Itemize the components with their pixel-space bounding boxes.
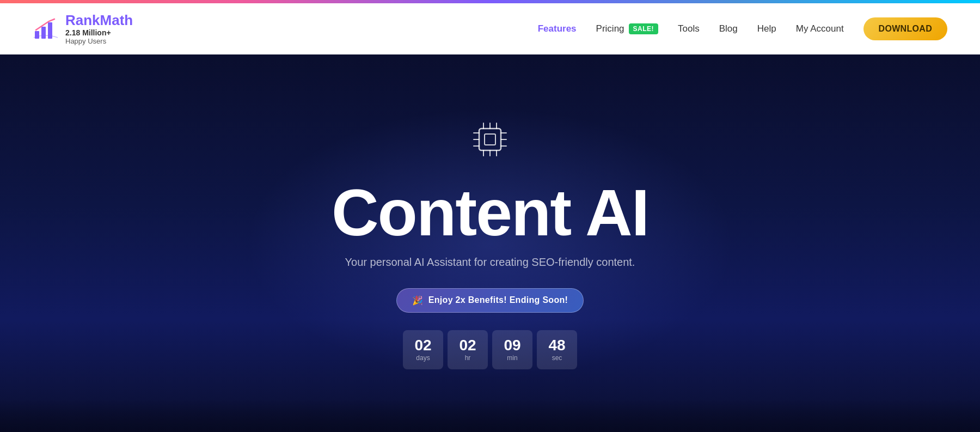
logo-text-group: RankMath 2.18 Million+ Happy Users: [65, 13, 133, 45]
logo-math: Math: [100, 12, 133, 28]
svg-rect-1: [41, 27, 46, 39]
nav-item-help[interactable]: Help: [757, 23, 776, 34]
countdown-hours-value: 02: [459, 338, 476, 353]
nav-item-blog[interactable]: Blog: [719, 23, 738, 34]
nav-item-my-account[interactable]: My Account: [796, 23, 844, 34]
logo-icon: [33, 16, 59, 42]
promo-badge-text: Enjoy 2x Benefits! Ending Soon!: [428, 295, 568, 305]
nav-item-pricing[interactable]: Pricing: [596, 23, 624, 34]
countdown-days: 02 days: [403, 330, 443, 369]
svg-rect-0: [35, 31, 39, 39]
nav-item-features[interactable]: Features: [538, 23, 577, 34]
nav-item-tools[interactable]: Tools: [678, 23, 700, 34]
countdown-hours: 02 hr: [448, 330, 488, 369]
svg-rect-4: [485, 134, 495, 145]
countdown-minutes: 09 min: [492, 330, 532, 369]
svg-rect-3: [479, 129, 501, 150]
hero-title: Content AI: [332, 180, 648, 245]
countdown-row: 02 days 02 hr 09 min 48 sec: [403, 330, 577, 369]
logo-users-count: 2.18 Million+: [65, 28, 133, 37]
countdown-seconds-label: sec: [552, 354, 562, 362]
hero-bottom-fade: [0, 399, 980, 432]
promo-emoji: 🎉: [412, 295, 423, 306]
nav-links: Features Pricing SALE! Tools Blog Help M…: [538, 17, 947, 40]
chip-icon: [468, 118, 512, 163]
logo-users-label: Happy Users: [65, 37, 133, 45]
logo-name: RankMath: [65, 13, 133, 28]
countdown-minutes-value: 09: [504, 338, 520, 353]
hero-subtitle: Your personal AI Assistant for creating …: [345, 256, 635, 269]
promo-badge[interactable]: 🎉 Enjoy 2x Benefits! Ending Soon!: [396, 288, 584, 313]
countdown-days-label: days: [416, 354, 430, 362]
countdown-hours-label: hr: [465, 354, 471, 362]
navbar: RankMath 2.18 Million+ Happy Users Featu…: [0, 3, 980, 54]
countdown-seconds-value: 48: [548, 338, 565, 353]
nav-pricing-group: Pricing SALE!: [596, 23, 658, 34]
countdown-minutes-label: min: [507, 354, 517, 362]
hero-section: Content AI Your personal AI Assistant fo…: [0, 54, 980, 432]
countdown-seconds: 48 sec: [537, 330, 577, 369]
sale-badge: SALE!: [629, 23, 659, 34]
logo[interactable]: RankMath 2.18 Million+ Happy Users: [33, 13, 133, 45]
download-button[interactable]: DOWNLOAD: [863, 17, 947, 40]
countdown-days-value: 02: [414, 338, 431, 353]
logo-rank: Rank: [65, 12, 100, 28]
